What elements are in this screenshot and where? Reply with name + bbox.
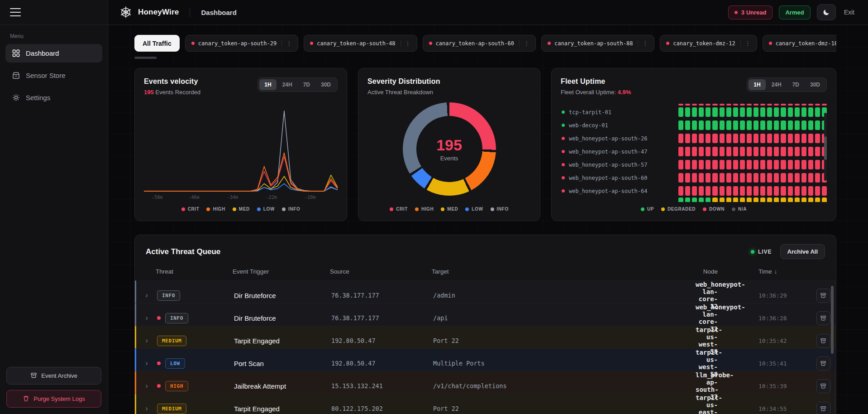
range-7d-button[interactable]: 7D [298, 79, 315, 90]
exit-link[interactable]: Exit [844, 9, 854, 16]
fleet-sensor-row[interactable]: web_honeypot-ap-south-26 [561, 132, 827, 145]
chip-menu-icon[interactable]: ⋮ [740, 40, 751, 47]
fleet-sensor-row[interactable]: tcp-tarpit-01 [561, 106, 827, 119]
uptime-bar [685, 186, 690, 196]
table-scrollbar[interactable] [831, 285, 834, 414]
sidebar-item-dashboard[interactable]: Dashboard [5, 44, 102, 63]
sidebar-item-sensor-store[interactable]: Sensor Store [5, 66, 102, 85]
archive-row-button[interactable] [816, 311, 830, 325]
filter-chip[interactable]: canary_token-ap-south-29⋮ [185, 35, 298, 52]
uptime-bar [774, 186, 779, 196]
row-expand-chevron[interactable]: › [136, 381, 157, 390]
fleet-scrollbar[interactable] [824, 113, 827, 181]
table-row[interactable]: ›INFODir Bruteforce76.38.177.177/apiweb_… [135, 303, 836, 326]
uptime-bar [692, 197, 697, 202]
archive-row-button[interactable] [816, 334, 830, 348]
fleet-sensor-row[interactable]: web_honeypot-ap-south-47 [561, 145, 827, 158]
filter-chip[interactable]: canary_token-ap-south-48⋮ [304, 35, 417, 52]
row-expand-chevron[interactable]: › [136, 359, 157, 368]
row-expand-chevron[interactable]: › [136, 336, 157, 345]
event-archive-button[interactable]: Event Archive [6, 367, 101, 385]
uptime-bar [692, 104, 697, 106]
source-cell: 192.80.50.47 [331, 337, 433, 344]
table-row[interactable]: ›HIGHJailbreak Attempt15.153.132.241/v1/… [135, 371, 836, 394]
uptime-bar [733, 197, 738, 202]
range-30d-button[interactable]: 30D [316, 79, 336, 90]
filter-chip[interactable]: canary_token-dmz-18⋮ [763, 35, 836, 52]
uptime-bar [733, 160, 738, 169]
chip-status-dot [310, 42, 313, 45]
chip-menu-icon[interactable]: ⋮ [281, 40, 292, 47]
column-time[interactable]: Time↓ [758, 268, 811, 275]
archive-all-button[interactable]: Archive All [780, 244, 825, 259]
chip-menu-icon[interactable]: ⋮ [519, 40, 529, 47]
archive-box-icon [820, 292, 826, 298]
chip-menu-icon[interactable]: ⋮ [638, 40, 648, 47]
sidebar-item-settings[interactable]: Settings [5, 88, 102, 107]
uptime-bar [740, 160, 745, 169]
table-row[interactable]: ›MEDIUMTarpit Engaged80.122.175.202Port … [135, 394, 836, 414]
fleet-sensor-row[interactable]: web_honeypot-ap-south-60 [561, 171, 827, 184]
table-row[interactable]: ›MEDIUMTarpit Engaged192.80.50.47Port 22… [135, 326, 836, 348]
main-area: All Traffic canary_token-ap-south-29⋮can… [108, 25, 868, 414]
filter-chip[interactable]: canary_token-ap-south-60⋮ [423, 35, 536, 52]
range-1h-button[interactable]: 1H [259, 79, 276, 90]
fleet-sensor-left: web_honeypot-ap-south-57 [561, 162, 678, 168]
sensor-status-dot [562, 176, 565, 179]
chips-scrollbar-thumb[interactable] [134, 57, 157, 59]
archive-row-button[interactable] [816, 356, 830, 371]
row-expand-chevron[interactable]: › [136, 404, 157, 413]
range-24h-button[interactable]: 24H [277, 79, 297, 90]
x-axis-tick: -10m [305, 195, 315, 200]
range-30d-button[interactable]: 30D [805, 79, 825, 90]
armed-badge[interactable]: Armed [779, 5, 810, 19]
uptime-bar [747, 197, 752, 202]
archive-row-button[interactable] [816, 379, 830, 393]
chips-scrollbar[interactable] [134, 57, 836, 59]
legend-item: INFO [282, 207, 300, 212]
chip-menu-icon[interactable]: ⋮ [401, 40, 411, 47]
uptime-bar [760, 120, 765, 130]
uptime-bar [726, 197, 731, 202]
legend-label: HIGH [213, 207, 225, 212]
purge-system-logs-button[interactable]: Purge System Logs [6, 390, 101, 408]
uptime-bar [754, 120, 758, 130]
uptime-bar [760, 104, 765, 106]
fleet-sensor-row[interactable]: web-decoy-01 [561, 119, 827, 132]
sensor-name: web_honeypot-ap-south-64 [569, 188, 647, 194]
fleet-sensor-row[interactable]: web_honeypot-ap-south-57 [561, 158, 827, 171]
range-7d-button[interactable]: 7D [787, 79, 804, 90]
filter-chip[interactable]: canary_token-dmz-12⋮ [660, 35, 757, 52]
row-expand-chevron[interactable]: › [136, 291, 157, 300]
legend-item: CRIT [390, 207, 408, 212]
sensor-name: web_honeypot-ap-south-47 [569, 149, 647, 155]
uptime-bar [795, 107, 800, 117]
range-1h-button[interactable]: 1H [749, 79, 765, 90]
archive-row-button[interactable] [816, 402, 830, 414]
theme-toggle-button[interactable] [817, 4, 836, 20]
uptime-bar [801, 160, 806, 169]
table-row[interactable]: ›LOWPort Scan192.80.50.47Multiple Portst… [135, 348, 836, 371]
fleet-scrollbar-thumb[interactable] [824, 136, 827, 160]
uptime-bar [767, 186, 772, 196]
severity-badge: MEDIUM [157, 404, 186, 414]
legend-label: HIGH [421, 207, 434, 212]
fleet-uptime-label: Fleet Overall Uptime: [561, 89, 616, 96]
uptime-bar [795, 186, 800, 196]
legend-item: UP [641, 207, 654, 212]
legend-label: CRIT [396, 207, 408, 212]
table-scrollbar-thumb[interactable] [831, 286, 834, 354]
range-24h-button[interactable]: 24H [767, 79, 787, 90]
sidebar-item-label: Settings [26, 94, 50, 101]
table-row[interactable]: ›INFODir Bruteforce76.38.177.177/adminwe… [135, 280, 836, 303]
hamburger-menu-button[interactable] [10, 8, 21, 16]
row-expand-chevron[interactable]: › [136, 313, 157, 323]
archive-row-button[interactable] [816, 289, 830, 303]
fleet-row-partial [561, 101, 827, 106]
unread-badge[interactable]: 3 Unread [728, 5, 773, 19]
filter-all-traffic-button[interactable]: All Traffic [134, 35, 180, 52]
filter-chip[interactable]: canary_token-ap-south-88⋮ [541, 35, 654, 52]
fleet-sensor-row[interactable]: web_honeypot-ap-south-64 [561, 184, 827, 197]
uptime-bar [699, 197, 704, 202]
summary-cards-row: Events velocity 195 Events Recorded 1H 2… [134, 68, 836, 221]
